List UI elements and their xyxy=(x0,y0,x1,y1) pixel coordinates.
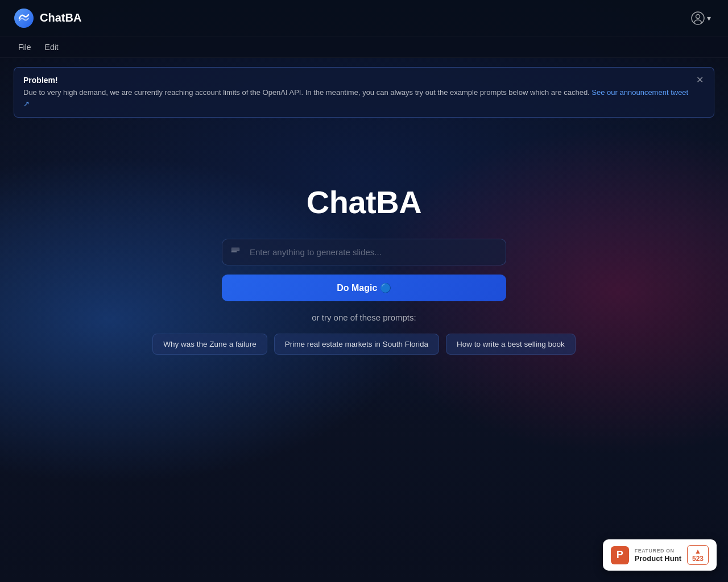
alert-body-text: Due to very high demand, we are currentl… xyxy=(23,88,590,97)
ph-text-block: FEATURED ON Product Hunt xyxy=(635,548,681,563)
magic-button-label: Do Magic 🔵 xyxy=(337,282,391,293)
user-icon xyxy=(691,11,705,25)
user-menu-button[interactable]: ▾ xyxy=(688,8,714,28)
prompt-hint: or try one of these prompts: xyxy=(312,313,416,322)
prompt-chip-1[interactable]: Prime real estate markets in South Flori… xyxy=(274,334,439,355)
ph-vote-count: 523 xyxy=(692,555,704,562)
alert-close-button[interactable]: ✕ xyxy=(693,74,707,86)
svg-point-0 xyxy=(14,9,34,28)
ph-arrow-icon: ▲ xyxy=(694,548,701,555)
app-logo xyxy=(14,8,34,28)
search-container xyxy=(222,239,506,265)
menubar: File Edit xyxy=(0,36,728,58)
ph-votes: ▲ 523 xyxy=(687,545,709,565)
product-hunt-badge[interactable]: P FEATURED ON Product Hunt ▲ 523 xyxy=(603,539,717,571)
prompt-chips: Why was the Zune a failure Prime real es… xyxy=(152,334,576,355)
alert-title: Problem! xyxy=(23,76,689,85)
main-content: ChatBA Do Magic 🔵 or try one of these pr… xyxy=(0,127,728,355)
alert-body: Due to very high demand, we are currentl… xyxy=(23,87,689,109)
navbar-brand: ChatBA xyxy=(14,8,81,28)
menu-file[interactable]: File xyxy=(11,40,38,54)
prompt-chip-0[interactable]: Why was the Zune a failure xyxy=(152,334,267,355)
navbar: ChatBA ▾ xyxy=(0,0,728,36)
product-hunt-logo: P xyxy=(611,546,629,564)
main-title: ChatBA xyxy=(307,184,421,221)
chevron-down-icon: ▾ xyxy=(707,14,711,23)
prompt-chip-2[interactable]: How to write a best selling book xyxy=(446,334,576,355)
ph-featured-label: FEATURED ON xyxy=(635,548,681,554)
menu-edit[interactable]: Edit xyxy=(38,40,65,54)
app-name: ChatBA xyxy=(40,11,81,24)
alert-banner: Problem! Due to very high demand, we are… xyxy=(14,67,714,118)
navbar-user: ▾ xyxy=(688,8,714,28)
search-input[interactable] xyxy=(222,239,506,265)
search-icon xyxy=(230,245,241,259)
svg-point-2 xyxy=(696,14,700,18)
ph-name: Product Hunt xyxy=(635,554,681,563)
magic-button[interactable]: Do Magic 🔵 xyxy=(222,275,506,301)
